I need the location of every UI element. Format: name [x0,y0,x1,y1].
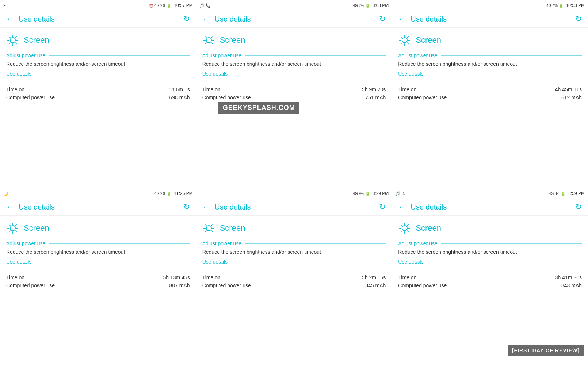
page-title: Use details [19,15,55,23]
computed-power-label: Computed power use [398,95,447,100]
status-time: 8:59 PM [568,191,585,196]
adjust-divider [49,243,190,244]
time-on-label: Time on [6,275,24,280]
computed-power-row: Computed power use 843 mAh [398,281,582,289]
adjust-description: Reduce the screen brightness and/or scre… [202,249,386,259]
page-title: Use details [411,15,447,23]
svg-line-32 [9,225,10,226]
refresh-button[interactable]: ↻ [575,14,582,24]
back-arrow-icon: ← [202,202,210,212]
time-on-label: Time on [398,87,416,92]
adjust-section: Adjust power use Reduce the screen brigh… [196,238,392,271]
screen-brightness-icon [398,222,411,235]
status-center-icons: 4G 2% 🔋 [154,192,171,196]
back-button[interactable]: ← Use details [6,14,55,24]
time-on-row: Time on 5h 13m 45s [6,273,190,281]
computed-power-value: 698 mAh [169,95,190,100]
status-center-icons: 4G 4% 🔋 [546,4,563,8]
back-button[interactable]: ← Use details [398,202,447,212]
refresh-button[interactable]: ↻ [183,202,190,212]
status-bar: 4G 4% 🔋 10:53 PM [392,0,588,11]
back-button[interactable]: ← Use details [6,202,55,212]
computed-power-row: Computed power use 845 mAh [202,281,386,289]
adjust-divider [441,243,582,244]
status-left-icons: 🌙 [3,191,8,196]
refresh-button[interactable]: ↻ [575,202,582,212]
screen-section: Screen [0,28,196,50]
time-on-value: 4h 45m 11s [555,87,582,92]
phone-panel-3: 4G 4% 🔋 10:53 PM ← Use details ↻ Screen … [392,0,588,188]
svg-line-52 [407,225,408,226]
svg-point-18 [402,38,407,43]
status-left-icons: F [3,3,6,8]
time-on-value: 3h 41m 30s [555,275,582,280]
back-button[interactable]: ← Use details [398,14,447,24]
svg-line-23 [401,37,402,38]
adjust-description: Reduce the screen brightness and/or scre… [6,249,190,259]
use-details-link[interactable]: Use details [398,259,582,269]
screen-label: Screen [416,223,441,233]
use-details-link[interactable]: Use details [6,71,190,81]
phone-panel-1: F ⏰ 4G 2% 🔋 10:57 PM ← Use details ↻ Scr… [0,0,196,188]
computed-power-value: 845 mAh [365,283,386,288]
screen-section: Screen [392,28,588,50]
refresh-button[interactable]: ↻ [379,202,386,212]
page-title: Use details [215,15,251,23]
back-arrow-icon: ← [6,14,14,24]
status-time: 8:29 PM [373,191,389,196]
status-bar: 🌙 4G 2% 🔋 11:26 PM [0,188,196,199]
svg-line-7 [15,37,16,38]
screen-label: Screen [220,223,245,233]
stats-section: Time on 5h 9m 20s Computed power use 751… [196,83,392,104]
adjust-power-title: Adjust power use [6,241,45,246]
adjust-power-title: Adjust power use [202,53,241,58]
use-details-link[interactable]: Use details [6,259,190,269]
svg-line-42 [211,231,213,232]
page-title: Use details [411,203,447,211]
back-button[interactable]: ← Use details [202,14,251,24]
svg-line-17 [205,43,206,44]
screen-brightness-icon [6,222,19,235]
adjust-section: Adjust power use Reduce the screen brigh… [0,50,196,83]
svg-line-50 [401,225,402,226]
back-arrow-icon: ← [6,202,14,212]
use-details-link[interactable]: Use details [202,71,386,81]
use-details-link[interactable]: Use details [398,71,582,81]
computed-power-row: Computed power use 698 mAh [6,93,190,101]
stats-section: Time on 5h 2m 15s Computed power use 845… [196,271,392,292]
adjust-divider [245,55,386,56]
stats-section: Time on 5h 6m 1s Computed power use 698 … [0,83,196,104]
status-time: 8:03 PM [373,3,389,8]
time-on-row: Time on 3h 41m 30s [398,273,582,281]
time-on-label: Time on [202,87,221,92]
adjust-divider [49,55,190,56]
computed-power-value: 843 mAh [561,283,582,288]
time-on-value: 5h 9m 20s [362,87,386,92]
use-details-link[interactable]: Use details [202,259,386,269]
status-center-icons: 4G 9% 🔋 [353,192,369,196]
screen-brightness-icon [202,222,215,235]
svg-point-36 [206,226,211,231]
adjust-power-title: Adjust power use [6,53,45,58]
computed-power-row: Computed power use 751 mAh [202,93,386,101]
computed-power-label: Computed power use [202,283,251,288]
watermark-geekysplash: GEEKYSPLASH.COM [218,102,299,114]
adjust-divider [441,55,582,56]
adjust-divider [245,243,386,244]
screen-brightness-icon [202,34,215,47]
nav-bar: ← Use details ↻ [392,199,588,216]
svg-line-15 [211,43,213,44]
refresh-button[interactable]: ↻ [379,14,386,24]
stats-section: Time on 5h 13m 45s Computed power use 80… [0,271,196,292]
adjust-description: Reduce the screen brightness and/or scre… [6,61,190,71]
computed-power-label: Computed power use [6,283,55,288]
back-arrow-icon: ← [398,202,406,212]
refresh-button[interactable]: ↻ [183,14,190,24]
svg-line-5 [9,37,10,38]
back-button[interactable]: ← Use details [202,202,251,212]
svg-line-16 [211,37,213,38]
adjust-section: Adjust power use Reduce the screen brigh… [196,50,392,83]
adjust-section: Adjust power use Reduce the screen brigh… [0,238,196,271]
computed-power-value: 612 mAh [561,95,582,100]
screen-label: Screen [220,35,245,45]
